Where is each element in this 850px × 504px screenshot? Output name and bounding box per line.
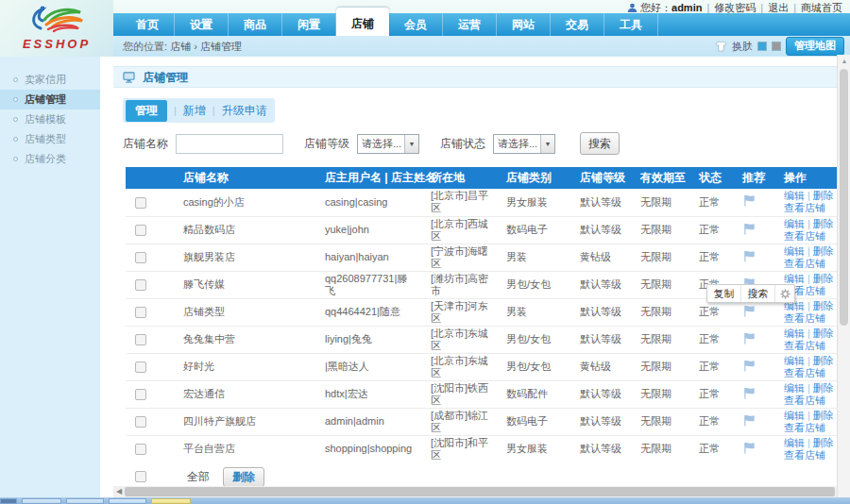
row-checkbox[interactable] <box>135 197 146 209</box>
nav-tab-trade[interactable]: 交易 <box>551 13 604 36</box>
tab-add-new[interactable]: 新增 <box>183 103 206 119</box>
vertical-scrollbar[interactable]: ▲ <box>837 55 850 497</box>
delete-link[interactable]: 删除 <box>813 273 834 284</box>
edit-link[interactable]: 编辑 <box>784 245 805 257</box>
horizontal-scrollbar[interactable]: ◀ <box>113 486 837 497</box>
nav-tab-website[interactable]: 网站 <box>497 13 551 36</box>
shop-status-select[interactable]: 请选择... ▼ <box>493 134 555 154</box>
view-store-link[interactable]: 查看店铺 <box>784 367 825 378</box>
popup-copy-button[interactable]: 复制 <box>707 285 741 302</box>
row-checkbox[interactable] <box>135 307 146 318</box>
cell-operations: 编辑|删除|查看店铺 <box>769 408 837 435</box>
nav-tab-operate[interactable]: 运营 <box>443 13 497 36</box>
row-checkbox[interactable] <box>135 252 146 263</box>
taskbar-button[interactable] <box>109 498 146 504</box>
taskbar-button[interactable] <box>151 498 191 504</box>
nav-tab-idle[interactable]: 闲置 <box>282 13 336 36</box>
recommend-flag-icon[interactable] <box>742 363 756 375</box>
row-checkbox[interactable] <box>135 444 146 455</box>
scroll-left-arrow-icon[interactable]: ◀ <box>113 486 125 497</box>
mall-home-link[interactable]: 商城首页 <box>801 2 842 13</box>
edit-link[interactable]: 编辑 <box>784 328 805 339</box>
recommend-flag-icon[interactable] <box>742 418 756 429</box>
row-checkbox[interactable] <box>135 389 146 400</box>
row-checkbox[interactable] <box>135 279 146 291</box>
recommend-flag-icon[interactable] <box>742 391 756 402</box>
change-password-link[interactable]: 修改密码 <box>714 2 756 13</box>
delete-link[interactable]: 删除 <box>813 410 834 421</box>
sidebar-item-seller-credit[interactable]: 卖家信用 <box>0 70 100 90</box>
search-button[interactable]: 搜索 <box>580 132 620 155</box>
recommend-flag-icon[interactable] <box>742 445 756 457</box>
edit-link[interactable]: 编辑 <box>784 382 805 394</box>
tab-manage[interactable]: 管理 <box>126 100 167 122</box>
sidebar-item-shop-manage[interactable]: 店铺管理 <box>0 90 100 109</box>
nav-tab-goods[interactable]: 商品 <box>229 13 282 36</box>
logout-link[interactable]: 退出 <box>768 2 789 13</box>
view-store-link[interactable]: 查看店铺 <box>784 449 825 461</box>
sidebar-item-shop-template[interactable]: 店铺模板 <box>0 109 100 129</box>
view-store-link[interactable]: 查看店铺 <box>784 340 825 351</box>
nav-tab-member[interactable]: 会员 <box>389 13 443 36</box>
edit-link[interactable]: 编辑 <box>784 410 805 421</box>
gear-icon[interactable] <box>775 285 794 302</box>
row-checkbox[interactable] <box>135 361 146 373</box>
view-store-link[interactable]: 查看店铺 <box>784 395 825 406</box>
taskbar-button[interactable] <box>22 498 61 504</box>
edit-link[interactable]: 编辑 <box>784 355 805 366</box>
nav-tab-tools[interactable]: 工具 <box>604 13 658 36</box>
cell-level: 默认等级 <box>565 216 625 244</box>
change-skin-link[interactable]: 换肤 <box>732 36 753 57</box>
edit-link[interactable]: 编辑 <box>784 437 805 448</box>
taskbar-button[interactable] <box>66 498 104 504</box>
delete-link[interactable]: 删除 <box>813 437 834 448</box>
horizontal-scroll-thumb[interactable] <box>125 487 835 496</box>
taskbar-button[interactable] <box>0 498 17 504</box>
scroll-up-arrow-icon[interactable]: ▲ <box>838 55 850 67</box>
skin-swatch-blue[interactable] <box>757 42 767 51</box>
edit-link[interactable]: 编辑 <box>784 190 805 201</box>
delete-link[interactable]: 删除 <box>813 190 834 201</box>
sidebar-item-shop-type[interactable]: 店铺类型 <box>0 129 100 149</box>
cell-operations: 编辑|删除|查看店铺 <box>769 216 837 244</box>
row-checkbox[interactable] <box>135 334 146 345</box>
edit-link[interactable]: 编辑 <box>784 218 805 229</box>
recommend-flag-icon[interactable] <box>742 198 756 210</box>
breadcrumb-section[interactable]: 店铺 <box>170 41 191 52</box>
vertical-scroll-thumb[interactable] <box>840 69 848 326</box>
row-checkbox[interactable] <box>135 416 146 428</box>
nav-tab-home[interactable]: 首页 <box>121 13 175 36</box>
tab-upgrade-request[interactable]: 升级申请 <box>222 103 267 119</box>
popup-search-button[interactable]: 搜索 <box>741 285 775 302</box>
recommend-flag-icon[interactable] <box>742 254 756 265</box>
logo[interactable]: ESSHOP <box>0 0 113 57</box>
admin-map-button[interactable]: 管理地图 <box>786 37 844 56</box>
shop-name-input[interactable] <box>176 134 283 154</box>
view-store-link[interactable]: 查看店铺 <box>784 312 825 324</box>
chevron-down-icon: ▼ <box>540 135 554 153</box>
skin-swatch-gray[interactable] <box>772 42 781 51</box>
view-store-link[interactable]: 查看店铺 <box>784 422 825 433</box>
delete-link[interactable]: 删除 <box>813 300 834 311</box>
select-all-checkbox[interactable] <box>135 471 146 482</box>
shop-level-select[interactable]: 请选择... ▼ <box>357 134 419 154</box>
sidebar-item-shop-category[interactable]: 店铺分类 <box>0 149 100 169</box>
delete-link[interactable]: 删除 <box>813 245 834 257</box>
nav-tab-settings[interactable]: 设置 <box>175 13 229 36</box>
view-store-link[interactable]: 查看店铺 <box>784 202 825 213</box>
recommend-flag-icon[interactable] <box>742 336 756 347</box>
delete-link[interactable]: 删除 <box>813 382 834 394</box>
recommend-flag-icon[interactable] <box>742 309 756 320</box>
chevron-down-icon: ▼ <box>404 135 418 153</box>
edit-link[interactable]: 编辑 <box>784 273 805 284</box>
nav-tab-shop[interactable]: 店铺 <box>336 8 389 36</box>
view-store-link[interactable]: 查看店铺 <box>784 230 825 242</box>
delete-link[interactable]: 删除 <box>813 218 834 229</box>
recommend-flag-icon[interactable] <box>742 227 756 238</box>
cell-operations: 编辑|删除|查看店铺 <box>769 435 837 462</box>
delete-link[interactable]: 删除 <box>813 355 834 366</box>
view-store-link[interactable]: 查看店铺 <box>784 258 825 269</box>
delete-link[interactable]: 删除 <box>813 328 834 339</box>
row-checkbox[interactable] <box>135 225 146 236</box>
bulk-delete-button[interactable]: 删除 <box>223 467 264 487</box>
